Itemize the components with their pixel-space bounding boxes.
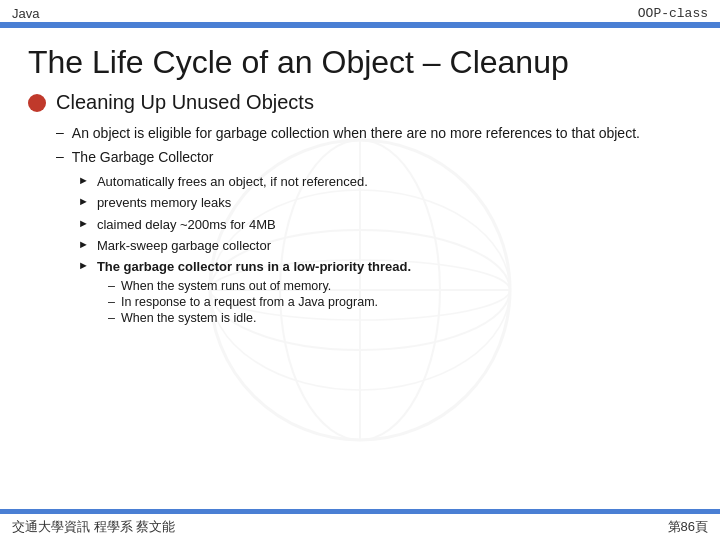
footer-left: 交通大學資訊 程學系 蔡文能: [12, 518, 175, 536]
nested-bullet-1: ► Automatically frees an object, if not …: [78, 173, 692, 191]
deep-dash-2: –: [108, 295, 115, 309]
deep-nested-3: – When the system is idle.: [108, 311, 692, 325]
page-title: The Life Cycle of an Object – Cleanup: [0, 28, 720, 91]
nested-bullet-3: ► claimed delay ~200ms for 4MB: [78, 216, 692, 234]
nested-bullet-text-5: The garbage collector runs in a low-prio…: [97, 258, 411, 276]
nested-bullet-text-3: claimed delay ~200ms for 4MB: [97, 216, 276, 234]
nested-bullet-5: ► The garbage collector runs in a low-pr…: [78, 258, 692, 276]
nested-bullet-text-4: Mark-sweep garbage collector: [97, 237, 271, 255]
header-right: OOP-class: [638, 6, 708, 21]
deep-dash-1: –: [108, 279, 115, 293]
deep-nested: – When the system runs out of memory. – …: [108, 279, 692, 325]
sub-bullet-1: – An object is eligible for garbage coll…: [56, 124, 692, 144]
arrow-icon-4: ►: [78, 238, 89, 250]
deep-nested-1: – When the system runs out of memory.: [108, 279, 692, 293]
dash-icon: –: [56, 124, 64, 140]
footer-right: 第86頁: [668, 518, 708, 536]
deep-dash-3: –: [108, 311, 115, 325]
arrow-icon-3: ►: [78, 217, 89, 229]
deep-nested-text-2: In response to a request from a Java pro…: [121, 295, 378, 309]
deep-nested-2: – In response to a request from a Java p…: [108, 295, 692, 309]
red-circle-icon: [28, 94, 46, 112]
dash-icon-2: –: [56, 148, 64, 164]
arrow-icon-5: ►: [78, 259, 89, 271]
nested-bullet-text-2: prevents memory leaks: [97, 194, 231, 212]
top-bar: Java OOP-class: [0, 0, 720, 22]
content-area: Cleaning Up Unused Objects – An object i…: [0, 91, 720, 325]
nested-bullets: ► Automatically frees an object, if not …: [78, 173, 692, 325]
nested-bullet-4: ► Mark-sweep garbage collector: [78, 237, 692, 255]
sub-bullets: – An object is eligible for garbage coll…: [56, 124, 692, 167]
section-heading: Cleaning Up Unused Objects: [28, 91, 692, 114]
sub-bullet-text-2: The Garbage Collector: [72, 148, 214, 168]
sub-bullet-text-1: An object is eligible for garbage collec…: [72, 124, 640, 144]
arrow-icon-2: ►: [78, 195, 89, 207]
header-left: Java: [12, 6, 39, 21]
sub-bullet-2: – The Garbage Collector: [56, 148, 692, 168]
nested-bullet-text-1: Automatically frees an object, if not re…: [97, 173, 368, 191]
deep-nested-text-1: When the system runs out of memory.: [121, 279, 331, 293]
section-title: Cleaning Up Unused Objects: [56, 91, 314, 114]
arrow-icon-1: ►: [78, 174, 89, 186]
deep-nested-text-3: When the system is idle.: [121, 311, 256, 325]
nested-bullet-2: ► prevents memory leaks: [78, 194, 692, 212]
bottom-bar: 交通大學資訊 程學系 蔡文能 第86頁: [0, 514, 720, 540]
